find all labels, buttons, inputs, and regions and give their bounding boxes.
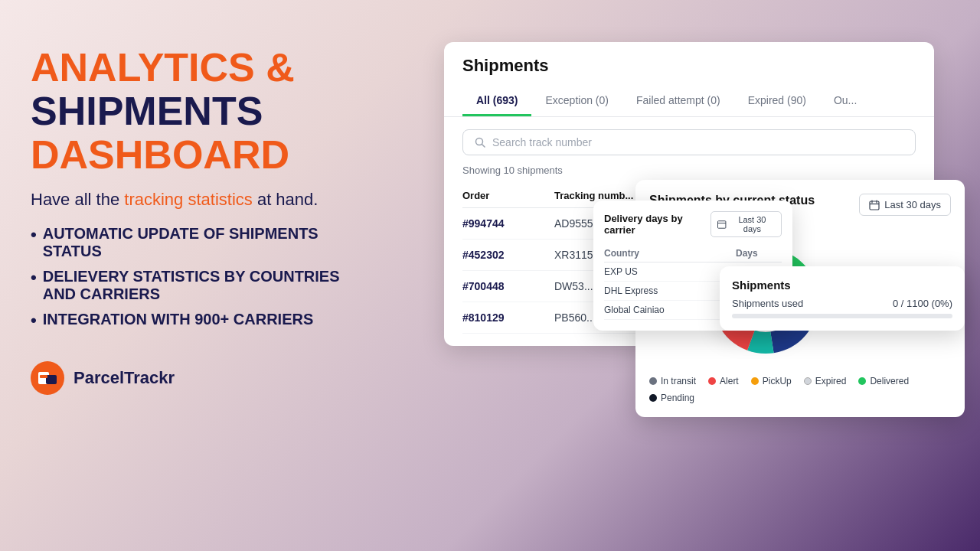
dashboard-container: Shipments All (693) Exception (0) Failed… [444, 42, 965, 346]
left-panel: ANALYTICS & SHIPMENTS DASHBOARD Have all… [31, 46, 368, 395]
order-id-3: #700448 [462, 280, 554, 292]
shipments-used-row: Shipments used 0 / 1100 (0%) [732, 298, 952, 309]
legend-dot-expired [804, 377, 812, 385]
legend-delivered: Delivered [858, 376, 909, 386]
bullet-2: DELIEVERY STATISTICS BY COUNTRIES AND CA… [31, 268, 368, 303]
delivery-date-button[interactable]: Last 30 days [710, 211, 782, 237]
legend-dot-transit [649, 377, 657, 385]
legend-label-expired: Expired [815, 376, 847, 386]
search-input[interactable]: Search track number [492, 136, 592, 148]
shipments-used-card: Shipments Shipments used 0 / 1100 (0%) [720, 266, 965, 331]
legend-pickup: PickUp [751, 376, 792, 386]
subtitle-highlight: tracking statistics [124, 190, 253, 209]
legend-alert: Alert [708, 376, 739, 386]
panel-title: Shipments [462, 56, 916, 76]
bullet-list: AUTOMATIC UPDATE OF SHIPMENTS STATUS DEL… [31, 225, 368, 331]
svg-rect-20 [718, 221, 726, 228]
tab-exception[interactable]: Exception (0) [531, 86, 622, 116]
order-id-4: #810129 [462, 311, 554, 324]
svg-rect-2 [46, 375, 57, 384]
delivery-card-title: Delivery days by carrier [604, 213, 710, 236]
headline-line2: SHIPMENTS [31, 89, 263, 133]
parceltrackr-logo-icon [31, 361, 64, 395]
bullet-3: INTEGRATION WITH 900+ CARRIERS [31, 311, 368, 331]
subtitle-suffix: at hand. [253, 190, 318, 209]
delivery-card-header: Delivery days by carrier Last 30 days [604, 211, 782, 237]
shipments-used-label: Shipments used [732, 298, 803, 309]
search-bar[interactable]: Search track number [462, 129, 916, 155]
bullet-1: AUTOMATIC UPDATE OF SHIPMENTS STATUS [31, 225, 368, 260]
headline-line3: DASHBOARD [31, 132, 289, 177]
headline-line1: ANALYTICS & [31, 45, 295, 90]
delivery-table-header: Country Days [604, 245, 782, 262]
calendar-icon-small [717, 220, 726, 229]
legend-label-delivered: Delivered [870, 376, 909, 386]
carrier-1: EXP US [604, 266, 736, 277]
status-date-label: Last 30 days [884, 199, 941, 210]
tab-failed-attempt[interactable]: Failed attempt (0) [622, 86, 734, 116]
logo-area: ParcelTrackr [31, 361, 368, 395]
calendar-icon [869, 200, 880, 210]
tab-expired[interactable]: Expired (90) [734, 86, 820, 116]
subtitle: Have all the tracking statistics at hand… [31, 190, 368, 210]
status-date-button[interactable]: Last 30 days [859, 194, 951, 216]
legend-dot-delivered [858, 377, 866, 385]
legend-expired: Expired [804, 376, 847, 386]
progress-bar-background [732, 314, 952, 318]
svg-line-5 [482, 145, 485, 148]
showing-count: Showing 10 shipments [462, 165, 916, 176]
tabs: All (693) Exception (0) Failed attempt (… [462, 86, 916, 116]
shipments-used-value: 0 / 1100 (0%) [893, 298, 952, 309]
order-id-1: #994744 [462, 217, 554, 230]
legend-label-transit: In transit [661, 376, 696, 386]
tab-all[interactable]: All (693) [462, 86, 531, 116]
headline: ANALYTICS & SHIPMENTS DASHBOARD [31, 46, 368, 178]
order-id-2: #452302 [462, 249, 554, 261]
col-country: Country [604, 248, 736, 259]
legend-dot-pending [649, 394, 657, 402]
col-days: Days [736, 248, 782, 259]
legend-in-transit: In transit [649, 376, 696, 386]
col-order: Order [462, 190, 554, 201]
legend-dot-pickup [751, 377, 759, 385]
legend-label-pickup: PickUp [763, 376, 792, 386]
subtitle-prefix: Have all the [31, 190, 124, 209]
logo-text: ParcelTrackr [74, 368, 175, 388]
svg-rect-3 [40, 375, 47, 378]
legend-dot-alert [708, 377, 716, 385]
svg-rect-6 [870, 201, 879, 210]
delivery-date-label: Last 30 days [730, 215, 775, 233]
legend-area: In transit Alert PickUp Expired Delivere… [649, 376, 951, 403]
search-icon [474, 136, 486, 148]
carrier-2: DHL Express [604, 285, 736, 296]
panel-header: Shipments All (693) Exception (0) Failed… [444, 42, 934, 117]
legend-pending: Pending [649, 393, 694, 403]
shipments-used-title: Shipments [732, 279, 952, 292]
legend-label-pending: Pending [661, 393, 694, 403]
carrier-3: Global Cainiao [604, 305, 736, 315]
tab-other[interactable]: Ou... [820, 86, 871, 116]
legend-label-alert: Alert [720, 376, 739, 386]
